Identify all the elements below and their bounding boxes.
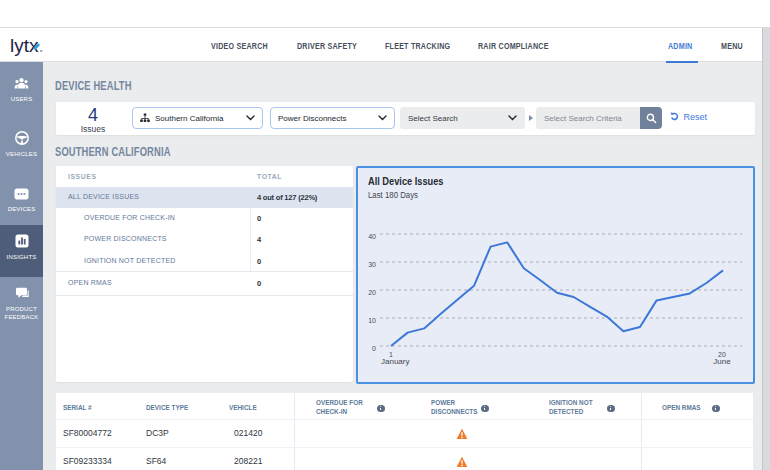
svg-text:40: 40: [368, 233, 376, 240]
svg-text:30: 30: [368, 261, 376, 268]
svg-text:20: 20: [368, 289, 376, 296]
svg-text:10: 10: [368, 317, 376, 324]
svg-text:0: 0: [372, 345, 376, 352]
svg-text:January: January: [381, 357, 409, 366]
svg-text:June: June: [713, 357, 731, 366]
